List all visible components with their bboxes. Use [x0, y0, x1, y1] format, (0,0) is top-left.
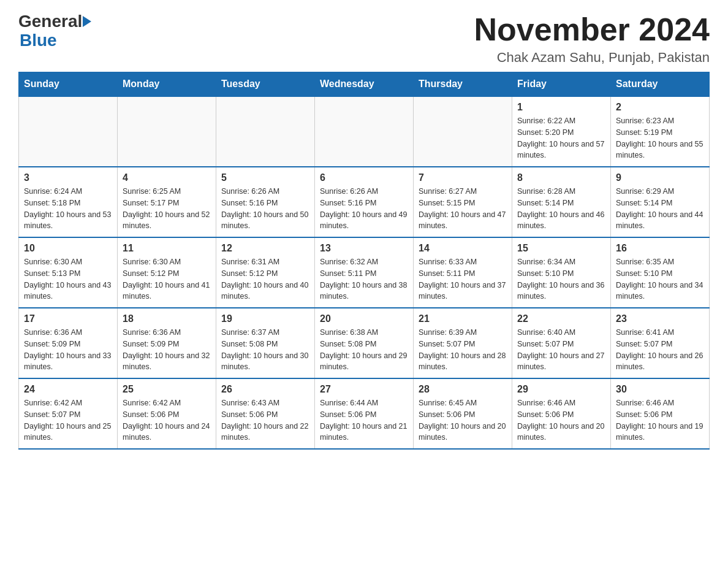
day-number: 27 — [320, 384, 408, 395]
day-number: 20 — [320, 313, 408, 324]
day-info: Sunrise: 6:46 AMSunset: 5:06 PMDaylight:… — [517, 397, 605, 443]
calendar-week-row: 1Sunrise: 6:22 AMSunset: 5:20 PMDaylight… — [19, 96, 710, 167]
day-info: Sunrise: 6:22 AMSunset: 5:20 PMDaylight:… — [517, 115, 605, 161]
page-header: General Blue November 2024 Chak Azam Sah… — [18, 12, 710, 66]
logo-blue-text: Blue — [20, 31, 57, 50]
day-info: Sunrise: 6:40 AMSunset: 5:07 PMDaylight:… — [517, 327, 605, 373]
title-section: November 2024 Chak Azam Sahu, Punjab, Pa… — [474, 12, 710, 66]
main-title: November 2024 — [474, 12, 710, 47]
day-info: Sunrise: 6:42 AMSunset: 5:06 PMDaylight:… — [123, 397, 211, 443]
day-number: 1 — [517, 102, 605, 113]
table-row: 14Sunrise: 6:33 AMSunset: 5:11 PMDayligh… — [414, 237, 512, 308]
table-row: 11Sunrise: 6:30 AMSunset: 5:12 PMDayligh… — [118, 237, 216, 308]
day-info: Sunrise: 6:32 AMSunset: 5:11 PMDaylight:… — [320, 256, 408, 302]
day-info: Sunrise: 6:45 AMSunset: 5:06 PMDaylight:… — [419, 397, 507, 443]
calendar-day-header: Saturday — [611, 72, 710, 97]
day-number: 30 — [616, 384, 704, 395]
day-number: 6 — [320, 172, 408, 183]
day-number: 13 — [320, 243, 408, 254]
day-info: Sunrise: 6:44 AMSunset: 5:06 PMDaylight:… — [320, 397, 408, 443]
day-info: Sunrise: 6:43 AMSunset: 5:06 PMDaylight:… — [221, 397, 309, 443]
table-row: 22Sunrise: 6:40 AMSunset: 5:07 PMDayligh… — [512, 308, 611, 378]
day-number: 9 — [616, 172, 704, 183]
table-row: 19Sunrise: 6:37 AMSunset: 5:08 PMDayligh… — [216, 308, 315, 378]
day-number: 4 — [123, 172, 211, 183]
table-row: 20Sunrise: 6:38 AMSunset: 5:08 PMDayligh… — [315, 308, 414, 378]
table-row: 30Sunrise: 6:46 AMSunset: 5:06 PMDayligh… — [611, 378, 710, 449]
day-number: 22 — [517, 313, 605, 324]
table-row: 2Sunrise: 6:23 AMSunset: 5:19 PMDaylight… — [611, 96, 710, 167]
table-row: 27Sunrise: 6:44 AMSunset: 5:06 PMDayligh… — [315, 378, 414, 449]
day-number: 23 — [616, 313, 704, 324]
day-info: Sunrise: 6:33 AMSunset: 5:11 PMDaylight:… — [419, 256, 507, 302]
table-row: 17Sunrise: 6:36 AMSunset: 5:09 PMDayligh… — [19, 308, 118, 378]
day-info: Sunrise: 6:30 AMSunset: 5:12 PMDaylight:… — [123, 256, 211, 302]
table-row: 23Sunrise: 6:41 AMSunset: 5:07 PMDayligh… — [611, 308, 710, 378]
day-info: Sunrise: 6:28 AMSunset: 5:14 PMDaylight:… — [517, 186, 605, 232]
logo: General Blue — [18, 12, 92, 50]
day-number: 21 — [419, 313, 507, 324]
day-info: Sunrise: 6:36 AMSunset: 5:09 PMDaylight:… — [24, 327, 112, 373]
table-row — [19, 96, 118, 167]
table-row: 25Sunrise: 6:42 AMSunset: 5:06 PMDayligh… — [118, 378, 216, 449]
calendar-day-header: Sunday — [19, 72, 118, 97]
table-row: 28Sunrise: 6:45 AMSunset: 5:06 PMDayligh… — [414, 378, 512, 449]
table-row: 18Sunrise: 6:36 AMSunset: 5:09 PMDayligh… — [118, 308, 216, 378]
table-row: 24Sunrise: 6:42 AMSunset: 5:07 PMDayligh… — [19, 378, 118, 449]
day-number: 2 — [616, 102, 704, 113]
day-info: Sunrise: 6:27 AMSunset: 5:15 PMDaylight:… — [419, 186, 507, 232]
day-info: Sunrise: 6:23 AMSunset: 5:19 PMDaylight:… — [616, 115, 704, 161]
calendar-header-row: SundayMondayTuesdayWednesdayThursdayFrid… — [19, 72, 710, 97]
table-row: 26Sunrise: 6:43 AMSunset: 5:06 PMDayligh… — [216, 378, 315, 449]
calendar-body: 1Sunrise: 6:22 AMSunset: 5:20 PMDaylight… — [19, 96, 710, 449]
table-row — [414, 96, 512, 167]
calendar-day-header: Thursday — [414, 72, 512, 97]
table-row: 13Sunrise: 6:32 AMSunset: 5:11 PMDayligh… — [315, 237, 414, 308]
day-number: 17 — [24, 313, 112, 324]
table-row: 8Sunrise: 6:28 AMSunset: 5:14 PMDaylight… — [512, 167, 611, 237]
calendar-week-row: 17Sunrise: 6:36 AMSunset: 5:09 PMDayligh… — [19, 308, 710, 378]
table-row: 12Sunrise: 6:31 AMSunset: 5:12 PMDayligh… — [216, 237, 315, 308]
day-number: 14 — [419, 243, 507, 254]
day-number: 19 — [221, 313, 309, 324]
calendar-day-header: Monday — [118, 72, 216, 97]
day-number: 15 — [517, 243, 605, 254]
day-info: Sunrise: 6:46 AMSunset: 5:06 PMDaylight:… — [616, 397, 704, 443]
day-info: Sunrise: 6:35 AMSunset: 5:10 PMDaylight:… — [616, 256, 704, 302]
day-info: Sunrise: 6:29 AMSunset: 5:14 PMDaylight:… — [616, 186, 704, 232]
calendar-week-row: 10Sunrise: 6:30 AMSunset: 5:13 PMDayligh… — [19, 237, 710, 308]
day-info: Sunrise: 6:30 AMSunset: 5:13 PMDaylight:… — [24, 256, 112, 302]
day-number: 16 — [616, 243, 704, 254]
table-row: 6Sunrise: 6:26 AMSunset: 5:16 PMDaylight… — [315, 167, 414, 237]
table-row — [315, 96, 414, 167]
subtitle: Chak Azam Sahu, Punjab, Pakistan — [474, 50, 710, 66]
table-row — [118, 96, 216, 167]
day-info: Sunrise: 6:26 AMSunset: 5:16 PMDaylight:… — [320, 186, 408, 232]
day-info: Sunrise: 6:42 AMSunset: 5:07 PMDaylight:… — [24, 397, 112, 443]
table-row: 7Sunrise: 6:27 AMSunset: 5:15 PMDaylight… — [414, 167, 512, 237]
table-row: 10Sunrise: 6:30 AMSunset: 5:13 PMDayligh… — [19, 237, 118, 308]
day-number: 12 — [221, 243, 309, 254]
day-number: 25 — [123, 384, 211, 395]
day-number: 8 — [517, 172, 605, 183]
calendar-day-header: Friday — [512, 72, 611, 97]
day-number: 3 — [24, 172, 112, 183]
calendar-week-row: 24Sunrise: 6:42 AMSunset: 5:07 PMDayligh… — [19, 378, 710, 449]
day-info: Sunrise: 6:24 AMSunset: 5:18 PMDaylight:… — [24, 186, 112, 232]
day-info: Sunrise: 6:34 AMSunset: 5:10 PMDaylight:… — [517, 256, 605, 302]
day-number: 29 — [517, 384, 605, 395]
table-row: 29Sunrise: 6:46 AMSunset: 5:06 PMDayligh… — [512, 378, 611, 449]
table-row: 5Sunrise: 6:26 AMSunset: 5:16 PMDaylight… — [216, 167, 315, 237]
day-number: 7 — [419, 172, 507, 183]
table-row: 1Sunrise: 6:22 AMSunset: 5:20 PMDaylight… — [512, 96, 611, 167]
logo-general-text: General — [18, 12, 82, 31]
calendar-table: SundayMondayTuesdayWednesdayThursdayFrid… — [18, 72, 710, 450]
table-row: 9Sunrise: 6:29 AMSunset: 5:14 PMDaylight… — [611, 167, 710, 237]
table-row — [216, 96, 315, 167]
day-info: Sunrise: 6:37 AMSunset: 5:08 PMDaylight:… — [221, 327, 309, 373]
day-number: 18 — [123, 313, 211, 324]
day-number: 11 — [123, 243, 211, 254]
day-number: 24 — [24, 384, 112, 395]
logo-triangle-icon — [83, 16, 91, 27]
calendar-day-header: Tuesday — [216, 72, 315, 97]
